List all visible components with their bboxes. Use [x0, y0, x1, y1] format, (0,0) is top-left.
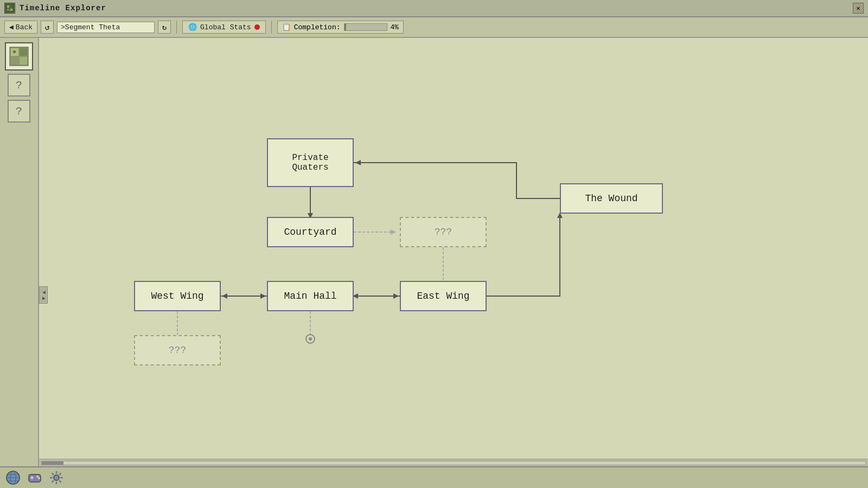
- completion-percent: 4%: [391, 23, 399, 31]
- toolbar: ◀ Back ↺ ↻ 🌐 Global Stats 📋 Completion: …: [0, 17, 868, 38]
- side-collapse-handle[interactable]: ◀▶: [39, 286, 48, 304]
- svg-point-17: [306, 335, 315, 343]
- scrollbar-track[interactable]: [41, 461, 866, 465]
- completion-fill: [344, 24, 346, 30]
- svg-rect-1: [7, 5, 9, 8]
- titlebar: Timeline Explorer ✕: [0, 0, 868, 17]
- svg-rect-2: [10, 5, 12, 8]
- global-stats-label: Global Stats: [200, 23, 251, 31]
- svg-marker-21: [260, 293, 266, 299]
- svg-marker-20: [222, 293, 227, 299]
- node-private-quarters-label: PrivateQuaters: [292, 153, 328, 172]
- svg-line-45: [59, 473, 61, 476]
- svg-point-38: [54, 475, 59, 480]
- node-main-hall-label: Main Hall: [284, 291, 336, 301]
- statusbar-icon-2[interactable]: [26, 469, 43, 486]
- svg-marker-14: [391, 229, 396, 235]
- completion-label: Completion:: [294, 23, 341, 31]
- toolbar-separator-2: [271, 21, 272, 34]
- back-label: Back: [16, 23, 33, 31]
- sidebar-item-map[interactable]: [5, 42, 33, 70]
- svg-point-18: [309, 337, 312, 341]
- svg-marker-26: [355, 160, 361, 165]
- completion-section: 📋 Completion: 4%: [277, 21, 404, 34]
- collapse-icon: ◀▶: [41, 289, 47, 301]
- main-layout: ? ?: [0, 38, 868, 466]
- svg-line-46: [52, 480, 54, 483]
- svg-point-37: [38, 477, 40, 479]
- world-icon: [5, 470, 21, 485]
- question-icon-2: ?: [16, 105, 22, 118]
- node-the-wound-label: The Wound: [585, 193, 637, 204]
- node-private-quarters[interactable]: PrivateQuaters: [267, 138, 354, 187]
- node-courtyard[interactable]: Courtyard: [267, 217, 354, 247]
- gamepad-icon: [27, 470, 42, 485]
- segment-input[interactable]: [57, 22, 155, 33]
- sidebar-item-unknown2[interactable]: ?: [8, 100, 30, 123]
- nav-next-icon: ↻: [162, 23, 167, 32]
- svg-rect-4: [10, 9, 12, 11]
- close-button[interactable]: ✕: [853, 3, 864, 14]
- nav-next-button[interactable]: ↻: [158, 21, 171, 34]
- node-unknown1[interactable]: ???: [400, 217, 487, 247]
- nav-prev-icon: ↺: [45, 23, 49, 32]
- statusbar-icon-1[interactable]: [4, 469, 22, 486]
- settings-icon: [49, 470, 64, 485]
- svg-line-44: [59, 480, 61, 483]
- node-west-wing-label: West Wing: [151, 291, 203, 301]
- svg-line-43: [52, 473, 54, 476]
- titlebar-icon: [4, 3, 15, 14]
- node-courtyard-label: Courtyard: [284, 227, 336, 237]
- statusbar: [0, 466, 868, 488]
- scrollbar-thumb[interactable]: [42, 461, 63, 465]
- nav-prev-button[interactable]: ↺: [41, 21, 54, 34]
- node-the-wound[interactable]: The Wound: [560, 183, 663, 214]
- canvas-scrollbar[interactable]: [39, 459, 868, 466]
- svg-rect-10: [13, 50, 16, 53]
- sidebar: ? ?: [0, 38, 39, 466]
- node-east-wing[interactable]: East Wing: [400, 281, 487, 311]
- back-button[interactable]: ◀ Back: [4, 21, 37, 34]
- node-unknown2[interactable]: ???: [134, 335, 221, 365]
- back-arrow-icon: ◀: [9, 23, 14, 31]
- node-east-wing-label: East Wing: [417, 291, 469, 301]
- globe-icon: 🌐: [188, 23, 197, 31]
- question-icon-1: ?: [16, 79, 22, 92]
- completion-icon: 📋: [282, 23, 291, 31]
- map-thumbnail: [9, 47, 29, 66]
- node-unknown2-label: ???: [169, 345, 186, 356]
- svg-rect-7: [20, 48, 27, 56]
- connector-svg: [39, 38, 868, 466]
- sidebar-item-unknown1[interactable]: ?: [8, 74, 30, 97]
- node-main-hall[interactable]: Main Hall: [267, 281, 354, 311]
- node-west-wing[interactable]: West Wing: [134, 281, 221, 311]
- toolbar-separator-1: [176, 21, 177, 34]
- global-stats-button[interactable]: 🌐 Global Stats: [182, 21, 266, 34]
- canvas-area: PrivateQuaters Courtyard ??? The Wound W…: [39, 38, 868, 466]
- statusbar-icon-3[interactable]: [48, 469, 65, 486]
- svg-rect-3: [7, 9, 9, 11]
- svg-marker-24: [393, 293, 399, 299]
- svg-point-36: [36, 476, 39, 478]
- svg-rect-8: [11, 57, 18, 65]
- status-indicator: [254, 24, 260, 30]
- completion-bar: [344, 23, 387, 31]
- svg-rect-35: [30, 477, 34, 478]
- node-unknown1-label: ???: [435, 227, 452, 237]
- svg-rect-9: [20, 57, 27, 65]
- titlebar-title: Timeline Explorer: [20, 4, 106, 12]
